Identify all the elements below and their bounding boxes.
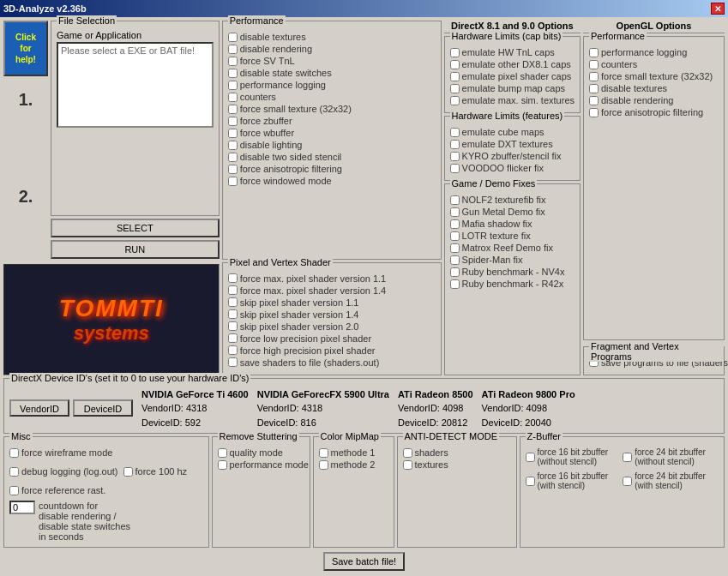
game-cb-1[interactable]	[450, 207, 460, 217]
zb-cb-1[interactable]	[623, 453, 632, 462]
zb-cb-3[interactable]	[623, 477, 632, 486]
hw-feat-cb-0[interactable]	[450, 128, 460, 137]
ogl-cb-4[interactable]	[589, 96, 599, 105]
pv-cb-7[interactable]	[228, 357, 238, 367]
game-cb-0[interactable]	[450, 195, 460, 205]
hw-cap-cb-3[interactable]	[450, 84, 460, 93]
pv-cb-5[interactable]	[228, 333, 238, 343]
perf-item-8: force wbuffer	[228, 128, 436, 138]
perf-cb-5[interactable]	[228, 93, 238, 102]
pixel-vertex-title: Pixel and Vertex Shader	[228, 257, 333, 267]
pv-item-5: force low precision pixel shader	[228, 333, 436, 344]
ogl-cb-0[interactable]	[589, 48, 599, 57]
zb-1: force 24 bit zbuffer(without stencil)	[623, 447, 719, 466]
stutter-cb-1[interactable]	[218, 460, 227, 470]
game-cb-6[interactable]	[450, 267, 460, 277]
game-cb-7[interactable]	[450, 279, 460, 289]
ogl-cb-2[interactable]	[589, 72, 599, 81]
perf-cb-11[interactable]	[228, 165, 238, 174]
hw-feat-3: VOODOO flicker fix	[450, 163, 575, 173]
select-button[interactable]: SELECT	[51, 219, 220, 237]
vendor-device-inputs: VendorID DeviceID	[9, 387, 133, 430]
logo-sub: systems	[59, 322, 164, 345]
game-label-5: Spider-Man fix	[462, 255, 523, 265]
perf-cb-7[interactable]	[228, 117, 238, 126]
game-2: Mafia shadow fix	[450, 219, 575, 229]
save-batch-button[interactable]: Save batch file!	[323, 552, 405, 571]
hw-feat-cb-3[interactable]	[450, 164, 460, 173]
misc-cb-1[interactable]	[9, 467, 19, 477]
misc-cb-3[interactable]	[9, 486, 19, 495]
ogl-label-3: disable textures	[601, 83, 667, 93]
step2-label: 2.	[3, 187, 48, 207]
pv-cb-0[interactable]	[228, 273, 238, 283]
pv-cb-6[interactable]	[228, 345, 238, 355]
perf-cb-2[interactable]	[228, 57, 238, 66]
anti-cb-0[interactable]	[403, 448, 412, 458]
ogl-cb-3[interactable]	[589, 84, 599, 93]
game-label-3: LOTR texture fix	[462, 231, 531, 241]
game-cb-5[interactable]	[450, 255, 460, 265]
game-cb-4[interactable]	[450, 243, 460, 253]
stutter-label-1: performance mode	[230, 459, 309, 470]
ogl-1: counters	[589, 59, 719, 69]
pv-cb-3[interactable]	[228, 309, 238, 319]
zbuffer-title: Z-Buffer	[526, 431, 563, 441]
perf-label-11: force anisotropic filtering	[240, 164, 342, 174]
ogl-cb-1[interactable]	[589, 60, 599, 69]
perf-cb-1[interactable]	[228, 45, 238, 54]
close-button[interactable]: ✕	[711, 3, 725, 15]
zb-cb-0[interactable]	[526, 453, 535, 462]
countdown-input[interactable]	[9, 501, 35, 514]
stutter-cb-0[interactable]	[218, 448, 227, 458]
click-help-button[interactable]: Clickforhelp!	[3, 21, 48, 76]
game-label-6: Ruby benchmark - NV4x	[462, 267, 565, 277]
hw-feat-1: emulate DXT textures	[450, 139, 575, 149]
game-label-1: Gun Metal Demo fix	[462, 207, 545, 217]
device-id-button[interactable]: DeviceID	[73, 399, 133, 417]
perf-cb-10[interactable]	[228, 153, 238, 162]
perf-cb-3[interactable]	[228, 69, 238, 78]
hw-feat-2: KYRO zbuffer/stencil fix	[450, 151, 575, 161]
pv-cb-4[interactable]	[228, 321, 238, 331]
anti-cb-1[interactable]	[403, 460, 412, 470]
perf-cb-6[interactable]	[228, 105, 238, 114]
perf-cb-4[interactable]	[228, 81, 238, 90]
hw-cap-cb-0[interactable]	[450, 48, 460, 57]
perf-cb-9[interactable]	[228, 141, 238, 150]
hw-cap-3: emulate bump map caps	[450, 83, 575, 93]
hw-feat-cb-2[interactable]	[450, 152, 460, 161]
perf-item-3: disable state switches	[228, 68, 436, 78]
vendor-id-button[interactable]: VendorID	[9, 399, 69, 417]
hw-cap-cb-4[interactable]	[450, 96, 460, 105]
game-cb-2[interactable]	[450, 219, 460, 229]
run-button[interactable]: RUN	[51, 240, 220, 259]
color-mipmap-group: Color MipMap methode 1 methode 2	[313, 436, 394, 548]
zb-2: force 16 bit zbuffer(with stencil)	[526, 471, 622, 490]
fragment-vertex-group: Fragment and Vertex Programs save progra…	[583, 346, 725, 375]
perf-cb-12[interactable]	[228, 177, 238, 186]
mip-cb-0[interactable]	[319, 448, 328, 458]
bottom-section: DirectX Device ID's (set it to 0 to use …	[3, 378, 725, 573]
misc-cb-2[interactable]	[123, 467, 133, 477]
misc-cb-0[interactable]	[9, 448, 19, 458]
hw-feat-cb-1[interactable]	[450, 140, 460, 149]
card-3-name: ATi Radeon 9800 Pro	[482, 387, 575, 402]
perf-cb-0[interactable]	[228, 33, 238, 42]
hw-cap-cb-2[interactable]	[450, 72, 460, 81]
hw-cap-cb-1[interactable]	[450, 60, 460, 69]
anti-detect-title: ANTI-DETECT MODE	[403, 431, 500, 441]
hw-limits-cap-group: Hardware Limits (cap bits) emulate HW Tn…	[444, 36, 581, 113]
opengl-performance-group: Performance performance logging counters…	[583, 36, 725, 340]
zb-cb-2[interactable]	[526, 477, 535, 486]
game-3: LOTR texture fix	[450, 231, 575, 241]
file-selection-group: File Selection Game or Application Pleas…	[51, 21, 220, 216]
step1-label: 1.	[3, 90, 48, 110]
pv-cb-1[interactable]	[228, 285, 238, 295]
perf-cb-8[interactable]	[228, 129, 238, 138]
mip-cb-1[interactable]	[319, 460, 328, 470]
misc-label-2: force 100 hz	[135, 466, 188, 477]
ogl-cb-5[interactable]	[589, 108, 599, 117]
pv-cb-2[interactable]	[228, 297, 238, 307]
game-cb-3[interactable]	[450, 231, 460, 241]
